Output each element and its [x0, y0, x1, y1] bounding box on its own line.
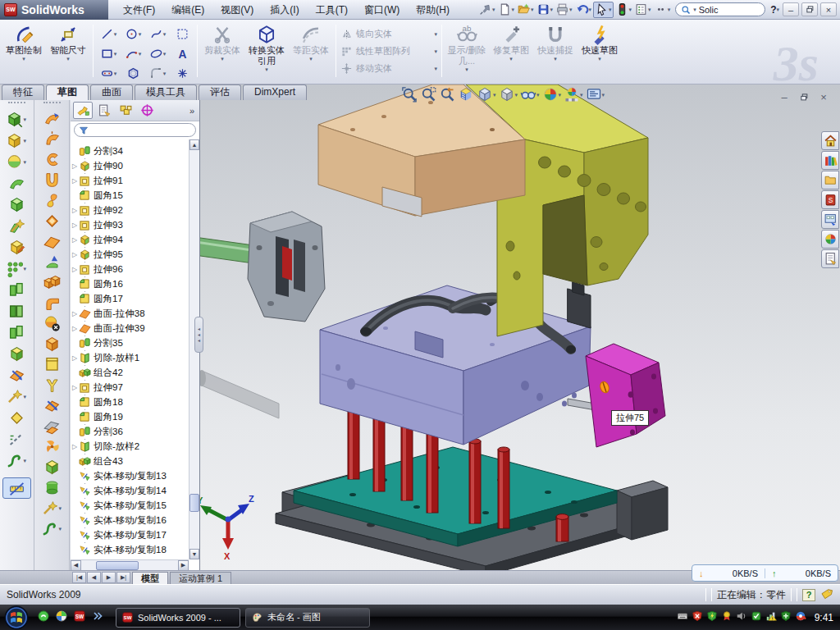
design-checker-button[interactable]: ▾ — [633, 2, 652, 18]
expander-icon[interactable]: ▷ — [71, 443, 79, 450]
expander-icon[interactable]: ▷ — [71, 251, 79, 258]
new-document-button[interactable]: ▾ — [497, 2, 516, 18]
feature-tree-item[interactable]: ▷ 圆角18 — [71, 395, 189, 409]
point-tool[interactable]: ▾ — [170, 63, 194, 83]
menu-item[interactable]: 视图(V) — [212, 1, 262, 19]
tray-antivirus[interactable] — [692, 610, 703, 625]
feature-toolbar-button[interactable]: ▾ — [0, 194, 34, 215]
selection-box-tool[interactable]: ▾ — [170, 24, 194, 43]
feature-toolbar-button[interactable]: ▾ — [0, 450, 34, 471]
tags-button[interactable] — [820, 587, 833, 603]
model-tab[interactable]: 模型 — [132, 572, 168, 584]
edit-appearance-button[interactable]: ▾ — [541, 85, 563, 103]
arc-tool[interactable]: ▾ — [121, 43, 145, 63]
dimxpertmanager-tab[interactable] — [137, 102, 157, 119]
surface-toolbar-button[interactable]: ▾ — [35, 190, 69, 211]
expander-icon[interactable]: ▷ — [71, 162, 79, 170]
quicklaunch-expand[interactable] — [91, 609, 104, 626]
zoom-to-fit-button[interactable]: ▾ — [400, 85, 418, 103]
search-box[interactable]: ▾ — [675, 2, 765, 16]
feature-toolbar-button[interactable]: ▾ — [0, 258, 34, 279]
feature-toolbar-button[interactable]: ▾ — [2, 477, 31, 499]
tree-filter-input[interactable] — [74, 123, 196, 137]
tab-nav-button[interactable]: |◀ — [72, 572, 86, 583]
configurationmanager-tab[interactable] — [116, 102, 135, 119]
scroll-down-arrow[interactable]: ▼ — [189, 549, 199, 559]
taskpane-resources-tab[interactable] — [821, 131, 839, 150]
feature-tree-item[interactable]: ▷ 圆角17 — [71, 291, 189, 306]
taskpane-appearances-tab[interactable] — [821, 230, 839, 249]
feature-toolbar-button[interactable]: ▾ — [0, 279, 34, 300]
circle-tool[interactable]: ▾ — [121, 24, 145, 43]
sketch-button[interactable]: 草图绘制 ▾ — [2, 22, 46, 80]
minimize-button[interactable]: – — [783, 2, 799, 16]
feature-toolbar-button[interactable]: ▾ — [0, 172, 34, 194]
offset-entities-button[interactable]: 等距实体 ▾ — [289, 22, 333, 80]
apply-scene-button[interactable]: ▾ — [563, 85, 584, 103]
feature-toolbar-button[interactable]: ▾ — [0, 343, 34, 364]
tray-app[interactable] — [795, 610, 806, 625]
restore-button[interactable] — [801, 2, 818, 16]
expander-icon[interactable]: ▷ — [71, 207, 79, 214]
display-style-button[interactable]: ▾ — [498, 85, 519, 103]
feature-tree-item[interactable]: ▷ 圆角16 — [71, 276, 189, 291]
feature-tree-item[interactable]: ▷ 拉伸92 — [71, 203, 189, 217]
taskpane-custom-properties-tab[interactable] — [821, 249, 839, 268]
rapid-sketch-button[interactable]: 快速草图 ▾ — [578, 22, 622, 80]
feature-tree-item[interactable]: ▷ 分割36 — [71, 424, 189, 439]
model-locating-pin[interactable] — [556, 514, 568, 541]
feature-toolbar-button[interactable]: ▾ — [0, 428, 34, 450]
feature-toolbar-button[interactable]: ▾ — [0, 407, 34, 428]
tab-mold-tools[interactable]: 模具工具 — [135, 84, 197, 100]
scroll-thumb[interactable] — [189, 494, 199, 512]
feature-toolbar-button[interactable]: ▾ — [0, 386, 34, 407]
surface-toolbar-button[interactable]: ▾ — [35, 149, 69, 170]
tray-network-warning[interactable] — [765, 610, 777, 625]
start-button[interactable] — [4, 605, 29, 630]
feature-tree-item[interactable]: ▷ 拉伸97 — [71, 380, 189, 395]
feature-tree-item[interactable]: ▷ 切除-放样2 — [71, 439, 189, 454]
feature-tree-item[interactable]: ▷ 实体-移动/复制15 — [71, 498, 189, 513]
quicklaunch-safe[interactable] — [55, 609, 68, 626]
doc-close-button[interactable]: × — [817, 90, 830, 104]
quick-tips-button[interactable]: ? — [802, 589, 815, 601]
pin-toolbar-button[interactable]: ▾ — [477, 2, 496, 18]
doc-minimize-button[interactable]: – — [778, 90, 791, 104]
repair-sketch-button[interactable]: 修复草图 ▾ — [489, 22, 533, 80]
panel-overflow-chevron[interactable]: » — [189, 106, 197, 116]
surface-toolbar-button[interactable]: ▾ — [35, 231, 69, 252]
feature-tree-item[interactable]: ▷ 实体-移动/复制13 — [71, 468, 189, 483]
tab-nav-button[interactable]: ▶| — [116, 572, 130, 583]
tray-shield[interactable] — [706, 610, 718, 625]
search-input[interactable] — [699, 5, 748, 15]
taskpane-file-explorer-tab[interactable] — [821, 171, 839, 189]
scroll-right-arrow[interactable]: ▶ — [178, 560, 189, 571]
rectangle-tool[interactable]: ▾ — [96, 43, 121, 63]
surface-toolbar-button[interactable]: ▾ — [35, 334, 69, 354]
surface-toolbar-button[interactable]: ▾ — [35, 375, 69, 395]
surface-toolbar-button[interactable]: ▾ — [35, 354, 69, 375]
tab-nav-button[interactable]: ▶ — [102, 572, 116, 583]
display-delete-relations-button[interactable]: ab 显示/删除几... ▾ — [445, 22, 489, 80]
tray-volume[interactable] — [736, 610, 747, 625]
quicklaunch-messenger[interactable] — [37, 609, 50, 626]
surface-toolbar-button[interactable]: ▾ — [35, 252, 69, 272]
trim-entities-button[interactable]: 剪裁实体 ▾ — [200, 22, 244, 80]
feature-tree-item[interactable]: ▷ 切除-放样1 — [71, 350, 189, 365]
quicklaunch-solidworks[interactable]: SW — [73, 609, 86, 626]
feature-tree-item[interactable]: ▷ 拉伸96 — [71, 262, 189, 276]
toolbar-grip[interactable] — [8, 102, 25, 106]
surface-toolbar-button[interactable]: ▾ — [35, 457, 69, 477]
quick-snaps-button[interactable]: 快速捕捉 ▾ — [533, 22, 578, 80]
save-button[interactable]: ▾ — [536, 2, 555, 18]
expander-icon[interactable]: ▷ — [71, 325, 79, 332]
feature-tree-item[interactable]: ▷ 实体-移动/复制17 — [71, 527, 189, 542]
expander-icon[interactable]: ▷ — [71, 384, 79, 391]
feature-tree-item[interactable]: ▷ 组合42 — [71, 365, 189, 380]
feature-tree-item[interactable]: ▷ 分割34 — [71, 144, 189, 158]
feature-tree-item[interactable]: ▷ 分割35 — [71, 336, 189, 350]
surface-toolbar-button[interactable]: ▾ — [35, 293, 69, 313]
view-orientation-button[interactable]: ▾ — [476, 85, 497, 103]
expander-icon[interactable]: ▷ — [71, 236, 79, 244]
linear-sketch-pattern-button[interactable]: 线性草图阵列 ▾ — [339, 43, 439, 60]
